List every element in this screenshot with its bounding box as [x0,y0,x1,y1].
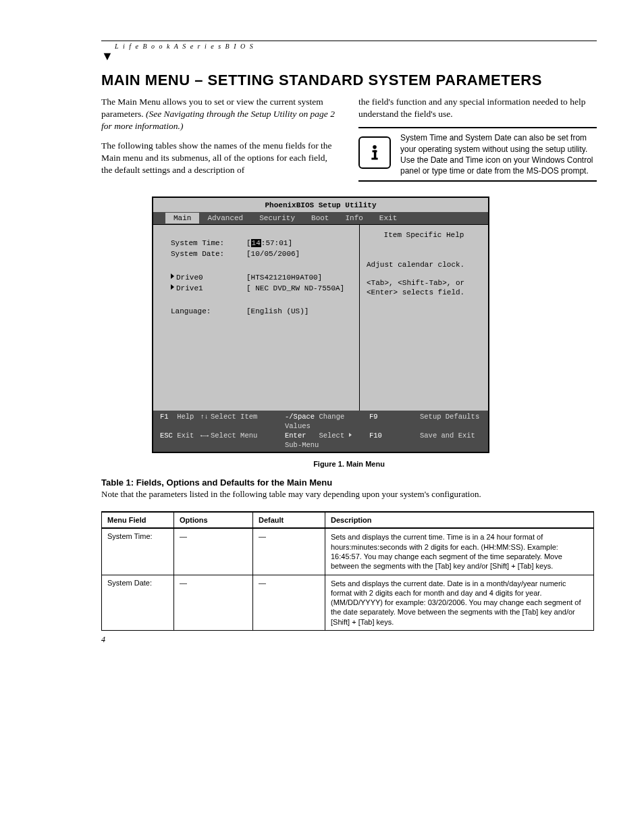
bios-help-l1: Adjust calendar clock. [367,260,481,269]
table-title: Table 1: Fields, Options and Defaults fo… [101,477,597,488]
intro-p2: The following tables show the names of t… [101,140,340,177]
bios-tab-info[interactable]: Info [337,213,371,224]
bios-help-pane: Item Specific Help Adjust calendar clock… [360,225,488,411]
bios-drive1-label[interactable]: Drive1 [165,284,246,293]
cell-desc: Sets and displays the current time. Time… [325,528,594,575]
cell-options: — [174,528,253,575]
cell-default: — [253,528,325,575]
bios-drive0-label[interactable]: Drive0 [165,273,246,282]
page-title: MAIN MENU – SETTING STANDARD SYSTEM PARA… [101,72,597,89]
svg-rect-3 [371,158,377,160]
intro-p3: the field's function and any special inf… [358,96,597,120]
top-rule [101,41,597,41]
bios-tab-main[interactable]: Main [165,213,199,224]
th-default: Default [253,512,325,528]
bios-help-l3: <Enter> selects field. [367,288,481,297]
table-row: System Time: — — Sets and displays the c… [102,528,594,575]
bios-time-value[interactable]: [14:57:01] [246,238,292,248]
svg-rect-2 [374,151,377,159]
bios-tab-boot[interactable]: Boot [303,213,337,224]
cell-default: — [253,575,325,630]
figure-caption: Figure 1. Main Menu [101,460,597,468]
bios-help-l2: <Tab>, <Shift-Tab>, or [367,278,481,288]
th-options: Options [174,512,253,528]
bios-main-pane: System Time: [14:57:01] System Date: [10… [153,225,360,411]
th-menu-field: Menu Field [102,512,174,528]
bios-time-label: System Time: [165,238,246,248]
bios-tab-exit[interactable]: Exit [371,213,405,224]
bios-drive1-value: [ NEC DVD_RW ND-7550A] [246,284,344,293]
bios-help-title: Item Specific Help [367,230,481,240]
intro-col-left: The Main Menu allows you to set or view … [101,96,340,183]
cell-options: — [174,575,253,630]
bios-lang-value[interactable]: [English (US)] [246,307,308,316]
table-row: System Date: — — Sets and displays the c… [102,575,594,630]
svg-point-0 [373,145,377,149]
bios-drive0-value: [HTS421210H9AT00] [246,273,322,282]
cell-field: System Time: [102,528,174,575]
th-description: Description [325,512,594,528]
table-note: Note that the parameters listed in the f… [101,489,597,500]
bios-title: PhoenixBIOS Setup Utility [153,198,488,211]
page-number: 4 [101,635,597,645]
note-box: System Time and System Date can also be … [358,127,597,182]
chevron-icon: ▼ [101,53,597,59]
cell-field: System Date: [102,575,174,630]
bios-date-label: System Date: [165,249,246,259]
fields-table: Menu Field Options Default Description S… [101,511,594,631]
bios-screenshot: PhoenixBIOS Setup Utility Main Advanced … [152,197,489,453]
triangle-icon [171,273,174,279]
bios-footer: F1 Help Select Item -/Space Change Value… [153,411,488,452]
info-icon [358,136,391,169]
intro-col-right: the field's function and any special inf… [358,96,597,183]
running-header: L i f e B o o k A S e r i e s B I O S [115,43,597,50]
bios-lang-label: Language: [165,307,246,316]
bios-tabs: Main Advanced Security Boot Info Exit [153,212,488,224]
bios-tab-security[interactable]: Security [251,213,303,224]
triangle-icon [171,284,174,290]
cell-desc: Sets and displays the current date. Date… [325,575,594,630]
note-text: System Time and System Date can also be … [400,132,597,176]
bios-date-value[interactable]: [10/05/2006] [246,249,300,259]
bios-tab-advanced[interactable]: Advanced [199,213,251,224]
